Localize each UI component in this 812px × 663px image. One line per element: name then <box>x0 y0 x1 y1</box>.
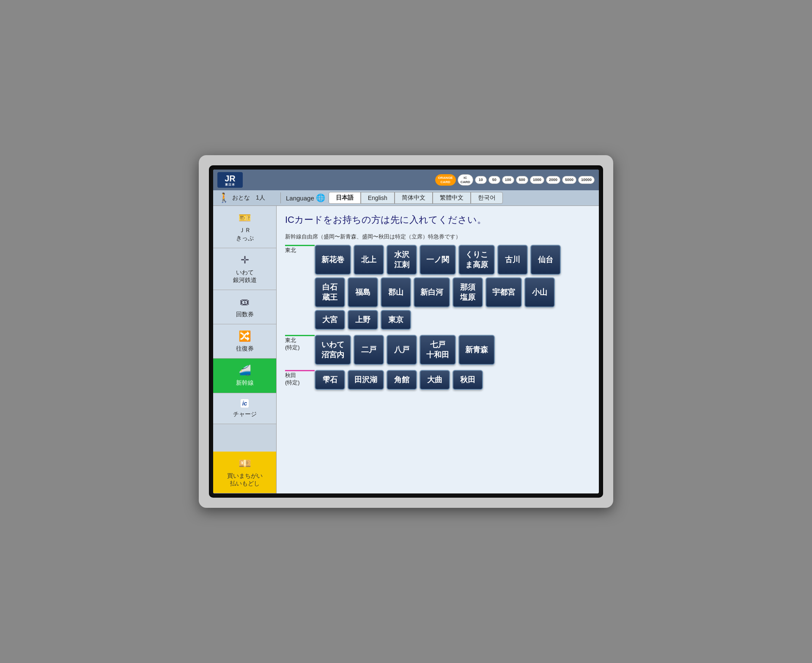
green-line-tohoku <box>285 245 315 246</box>
station-ichinoseki[interactable]: 一ノ関 <box>420 245 456 275</box>
sidebar-item-kaisuken[interactable]: 🎟 回数券 <box>213 290 276 324</box>
btn-2000[interactable]: 2000 <box>546 176 560 184</box>
station-shizukuishi[interactable]: 雫石 <box>315 370 345 390</box>
btn-500[interactable]: 500 <box>516 176 528 184</box>
sidebar: 🎫 ＪＲきっぷ ✛ いわて銀河鉄道 🎟 回数券 🔀 往復券 <box>213 206 277 493</box>
station-shiroishizao[interactable]: 白石蔵王 <box>315 277 345 307</box>
section-label-area-akita-special: 秋田(特定) <box>285 370 315 386</box>
station-omiya[interactable]: 大宮 <box>315 310 345 330</box>
lang-traditional-chinese[interactable]: 繁體中文 <box>433 192 471 204</box>
section-tohoku: 東北 新花巻 北上 水沢江刺 一ノ関 くりこま高原 古川 仙台 <box>285 245 590 330</box>
station-furukawa[interactable]: 古川 <box>497 245 528 275</box>
refund-icon: 💴 <box>239 458 251 469</box>
station-mizusawaesashi[interactable]: 水沢江刺 <box>387 245 417 275</box>
station-tazawako[interactable]: 田沢湖 <box>348 370 384 390</box>
sidebar-item-charge[interactable]: ic チャージ <box>213 393 276 424</box>
spacer-row2 <box>285 277 315 307</box>
language-label: Language 🌐 <box>286 193 325 203</box>
main-content: 🎫 ＪＲきっぷ ✛ いわて銀河鉄道 🎟 回数券 🔀 往復券 <box>213 206 599 493</box>
station-hachinohe[interactable]: 八戸 <box>387 335 417 365</box>
section-tohoku-special: 東北(特定) いわて沼宮内 二戸 八戸 七戸十和田 新青森 <box>285 335 590 365</box>
section-label-tohoku: 東北 <box>285 247 315 254</box>
lang-section: Language 🌐 日本語 English 简体中文 繁體中文 한국어 <box>281 192 599 204</box>
station-kurikoma[interactable]: くりこま高原 <box>458 245 495 275</box>
ofuku-icon: 🔀 <box>239 330 251 342</box>
tohoku-row3-wrapper: 大宮 上野 東京 <box>285 310 590 330</box>
screen-border: JR 東日本 ORANGECARD ICCARD 10 50 100 500 1… <box>209 165 603 498</box>
station-kitakami[interactable]: 北上 <box>354 245 384 275</box>
section-label-area-tohoku-special: 東北(特定) <box>285 335 315 351</box>
lang-buttons: 日本語 English 简体中文 繁體中文 한국어 <box>329 192 503 204</box>
notice-text: ICカードをお持ちの方は先に入れてください。 <box>285 214 590 226</box>
lang-simplified-chinese[interactable]: 简体中文 <box>395 192 433 204</box>
subtitle-text: 新幹線自由席（盛岡〜新青森、盛岡〜秋田は特定（立席）特急券です） <box>285 233 590 241</box>
station-shinhanamakim[interactable]: 新花巻 <box>315 245 351 275</box>
btn-10000[interactable]: 10000 <box>578 176 595 184</box>
section-label-tohoku-special: 東北(特定) <box>285 337 315 351</box>
sidebar-item-shinkansen[interactable]: 🚄 新幹線 <box>213 359 276 393</box>
btn-1000[interactable]: 1000 <box>530 176 544 184</box>
lang-korean[interactable]: 한국어 <box>471 192 503 204</box>
section-header-tohoku-special: 東北(特定) いわて沼宮内 二戸 八戸 七戸十和田 新青森 <box>285 335 590 365</box>
station-fukushima[interactable]: 福島 <box>348 277 378 307</box>
station-oyama[interactable]: 小山 <box>524 277 555 307</box>
btn-5000[interactable]: 5000 <box>562 176 576 184</box>
station-koriyama[interactable]: 郡山 <box>381 277 411 307</box>
person-area: 🚶 おとな 1人 <box>213 192 281 203</box>
lang-bar: 🚶 おとな 1人 Language 🌐 日本語 English 简体中文 繁體中… <box>213 190 599 206</box>
station-ueno[interactable]: 上野 <box>348 310 378 330</box>
station-sendai[interactable]: 仙台 <box>530 245 561 275</box>
iwate-icon: ✛ <box>241 254 249 266</box>
station-buttons-tohoku-row3: 大宮 上野 東京 <box>315 310 590 330</box>
kaisuken-icon: 🎟 <box>240 296 250 308</box>
top-bar: JR 東日本 ORANGECARD ICCARD 10 50 100 500 1… <box>213 170 599 191</box>
jr-ticket-icon: 🎫 <box>239 212 251 224</box>
btn-100[interactable]: 100 <box>502 176 514 184</box>
person-icon: 🚶 <box>218 192 230 203</box>
station-buttons-tohoku-row1: 新花巻 北上 水沢江刺 一ノ関 くりこま高原 古川 仙台 <box>315 245 590 275</box>
section-akita-special: 秋田(特定) 雫石 田沢湖 角館 大曲 秋田 <box>285 370 590 390</box>
sidebar-item-iwate-galaxy[interactable]: ✛ いわて銀河鉄道 <box>213 248 276 290</box>
pink-line-akita <box>285 370 315 371</box>
station-nasushiobara[interactable]: 那須塩原 <box>453 277 483 307</box>
btn-10[interactable]: 10 <box>475 176 487 184</box>
globe-icon: 🌐 <box>316 193 325 203</box>
content-area: ICカードをお持ちの方は先に入れてください。 新幹線自由席（盛岡〜新青森、盛岡〜… <box>277 206 599 493</box>
station-shinkashiwa[interactable]: 新白河 <box>414 277 450 307</box>
station-shichitowada[interactable]: 七戸十和田 <box>420 335 456 365</box>
machine-outer: JR 東日本 ORANGECARD ICCARD 10 50 100 500 1… <box>199 155 613 508</box>
station-ninohe[interactable]: 二戸 <box>354 335 384 365</box>
card-buttons: ORANGECARD ICCARD 10 50 100 500 1000 200… <box>435 174 595 186</box>
station-buttons-akita-special: 雫石 田沢湖 角館 大曲 秋田 <box>315 370 590 390</box>
lang-japanese[interactable]: 日本語 <box>329 192 361 204</box>
section-header-tohoku: 東北 新花巻 北上 水沢江刺 一ノ関 くりこま高原 古川 仙台 <box>285 245 590 275</box>
station-shinaomori[interactable]: 新青森 <box>458 335 495 365</box>
station-buttons-tohoku-special: いわて沼宮内 二戸 八戸 七戸十和田 新青森 <box>315 335 590 365</box>
btn-50[interactable]: 50 <box>488 176 500 184</box>
station-kakunodate[interactable]: 角館 <box>387 370 417 390</box>
green-line-tohoku-special <box>285 335 315 336</box>
section-label-area-tohoku: 東北 <box>285 245 315 254</box>
shinkansen-icon: 🚄 <box>239 364 251 376</box>
lang-english[interactable]: English <box>361 192 395 204</box>
station-omagari[interactable]: 大曲 <box>420 370 450 390</box>
charge-icon: ic <box>241 399 249 408</box>
screen: JR 東日本 ORANGECARD ICCARD 10 50 100 500 1… <box>213 170 599 494</box>
ic-card-btn[interactable]: ICCARD <box>458 174 473 186</box>
tohoku-row2-wrapper: 白石蔵王 福島 郡山 新白河 那須塩原 宇都宮 小山 <box>285 277 590 307</box>
station-tokyo[interactable]: 東京 <box>381 310 411 330</box>
sidebar-item-refund[interactable]: 💴 買いまちがい払いもどし <box>213 452 276 493</box>
sidebar-item-jr-ticket[interactable]: 🎫 ＪＲきっぷ <box>213 206 276 248</box>
station-utsunomiya[interactable]: 宇都宮 <box>486 277 522 307</box>
station-buttons-tohoku-row2: 白石蔵王 福島 郡山 新白河 那須塩原 宇都宮 小山 <box>315 277 590 307</box>
station-iwatenumakuuchi[interactable]: いわて沼宮内 <box>315 335 351 365</box>
section-label-akita-special: 秋田(特定) <box>285 372 315 386</box>
station-akita[interactable]: 秋田 <box>453 370 483 390</box>
person-label: おとな 1人 <box>232 194 265 202</box>
sidebar-item-ofuku[interactable]: 🔀 往復券 <box>213 324 276 359</box>
spacer-row3 <box>285 310 315 330</box>
orange-card-btn[interactable]: ORANGECARD <box>435 174 456 186</box>
section-header-akita-special: 秋田(特定) 雫石 田沢湖 角館 大曲 秋田 <box>285 370 590 390</box>
jr-logo: JR 東日本 <box>217 172 243 188</box>
